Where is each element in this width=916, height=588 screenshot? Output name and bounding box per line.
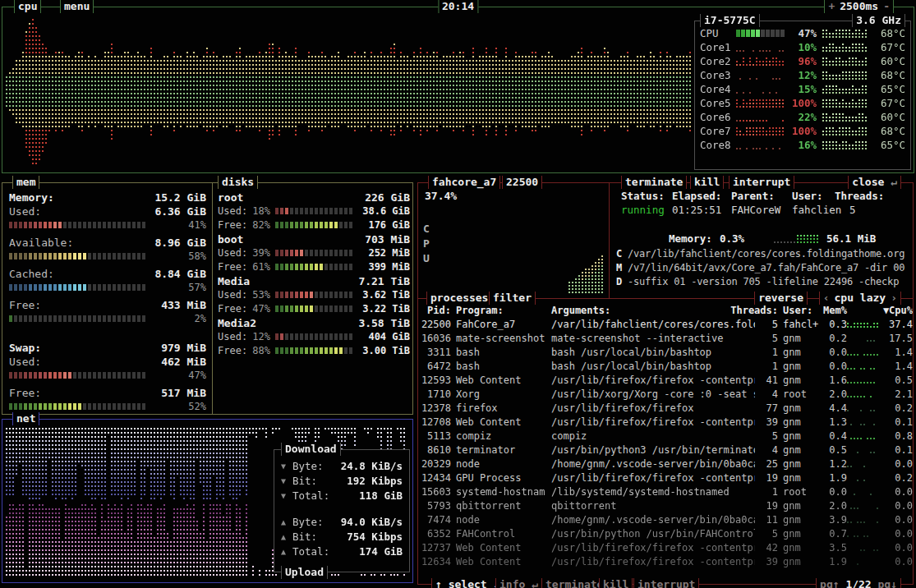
cpu-column-header[interactable]: ▼Cpu% [847,304,913,318]
meter [9,222,145,228]
net-upload-row: ▲Total:174 GiB [274,544,409,558]
page-down-button[interactable]: pg↓ [878,578,897,588]
process-row[interactable]: 6472bashbash /usr/local/bin/bashtop1gnm0… [418,360,913,374]
footer-interrupt-button[interactable]: interrupt [633,578,699,588]
arrow-up-icon[interactable]: ↑ [435,578,442,588]
meter-block [275,264,278,270]
core-name: Core3 [700,69,736,81]
cpu-core-row: Core622%60°C [697,110,909,124]
process-row[interactable]: 5113compizcompiz5gnm0.40.8 [418,430,913,443]
menu-button[interactable]: menu [60,0,94,13]
core-temp-canvas [822,140,868,150]
meter-block [93,253,96,260]
meter-block [334,250,338,256]
footer-terminate-button[interactable]: terminate [541,578,607,588]
program-column-header[interactable]: Program: [451,304,548,318]
core-usage-graph [736,42,787,53]
meter-block [300,222,303,228]
process-row[interactable]: 3311bashbash /usr/local/bin/bashtop1gnm0… [418,346,913,360]
meter-block [305,292,308,298]
meter-block [776,30,780,37]
meter-block [108,253,111,260]
core-temp: 65°C [871,83,905,95]
process-arguments: /usr/bin/python3 /usr/bin/terminato [548,443,755,457]
meter-block [290,222,293,228]
mem-row: Free:517 MiB [9,387,206,400]
reverse-button[interactable]: reverse [754,292,808,305]
interval-decrease-button[interactable]: - [883,0,890,12]
mem-column-header[interactable]: Mem% [821,304,847,318]
mem-row: Available:8.96 GiB [9,237,206,250]
core-name: CPU [700,27,736,39]
mem-value: 8.96 GiB [154,237,206,250]
meter-block [349,264,352,270]
filter-button[interactable]: filter [489,292,536,305]
parent-header: Parent: [731,190,775,202]
info-button[interactable]: info ↵ [495,578,542,588]
close-button[interactable]: close ↵ [848,176,901,189]
process-row[interactable]: 12634Web Content/usr/lib/firefox/firefox… [418,555,913,569]
process-row[interactable]: 12737Web Content/usr/lib/firefox/firefox… [418,541,913,555]
core-temp-graph [820,140,871,150]
kill-button[interactable]: kill [690,176,724,189]
process-row[interactable]: 12708Web Content/usr/lib/firefox/firefox… [418,416,913,430]
meter-block [9,222,12,228]
pid-column-header[interactable]: Pid: [418,304,451,318]
process-row[interactable]: 5793qbittorrentqbittorrent19gnm2.00.0 [418,499,913,513]
page-up-button[interactable]: pg↑ [820,578,839,588]
core-usage-graph [736,140,787,150]
core-name: Core4 [700,83,736,95]
user-column-header[interactable]: User: [778,304,821,318]
meter-block [300,208,303,214]
disk-name: boot [218,233,243,246]
process-row[interactable]: 12378firefox/usr/lib/firefox/firefox77gn… [418,402,913,416]
meter-block [320,222,323,228]
process-row[interactable]: 6352FAHControl/usr/bin/python /usr/bin/F… [418,527,913,541]
meter-block [329,250,333,256]
process-pid: 12378 [418,402,451,416]
meter-block [103,284,106,291]
select-control[interactable]: ↑ select ↓ [431,578,504,588]
process-row[interactable]: 8610terminator/usr/bin/python3 /usr/bin/… [418,443,913,457]
process-row[interactable]: 15603systemd-hostnam/lib/systemd/systemd… [418,485,913,499]
process-row[interactable]: 1710Xorg/usr/lib/xorg/Xorg -core :0 -sea… [418,388,913,402]
process-pid: 5793 [418,499,451,513]
core-usage-graph [736,126,787,136]
disk-stat-percent: 47% [251,303,275,315]
process-row[interactable]: 12434GPU Process/usr/lib/firefox/firefox… [418,471,913,485]
process-row[interactable]: 16036mate-screenshotmate-screenshot --in… [418,332,913,346]
meter-block [88,403,91,410]
meter-block [329,305,333,312]
disk-name-row: Media7.21 TiB [218,275,410,287]
meter-block [137,403,140,410]
process-row[interactable]: 22500FahCore_a7/var/lib/fahclient/cores/… [418,318,913,332]
meter-block [39,222,42,228]
process-cpu-percent: 0.5 [881,374,913,388]
mem-meter-percent: 58% [188,250,206,262]
arguments-column-header[interactable]: Arguments: [551,304,610,318]
process-row[interactable]: 7474node/home/gnm/.vscode-server/bin/0ba… [418,513,913,527]
meter-block [295,305,298,312]
footer-kill-button[interactable]: kill [599,578,633,588]
meter-block [300,264,303,270]
sort-next-button[interactable]: › [891,292,897,304]
terminate-button[interactable]: terminate [621,176,687,189]
sort-prev-button[interactable]: ‹ [823,292,830,304]
core-temp: 68°C [871,69,905,81]
process-pid: 22500 [418,318,451,332]
process-pid: 6352 [418,527,451,541]
process-row[interactable]: 12593Web Content/usr/lib/firefox/firefox… [418,374,913,388]
meter-block [315,333,318,340]
process-row[interactable]: 20329node/home/gnm/.vscode-server/bin/0b… [418,457,913,471]
meter-block [142,372,145,379]
meter-block [310,264,313,270]
process-program: FAHControl [451,527,548,541]
meter-block [34,222,37,228]
interrupt-button[interactable]: interrupt [729,176,794,189]
threads-column-header[interactable]: Threads: [730,304,778,318]
detail-process-name: fahcore_a7 [428,176,500,189]
meter-block [285,347,288,354]
process-mem-percent: 0.2 [821,332,847,346]
process-threads: 5 [755,527,778,541]
process-threads: 5 [755,318,778,332]
